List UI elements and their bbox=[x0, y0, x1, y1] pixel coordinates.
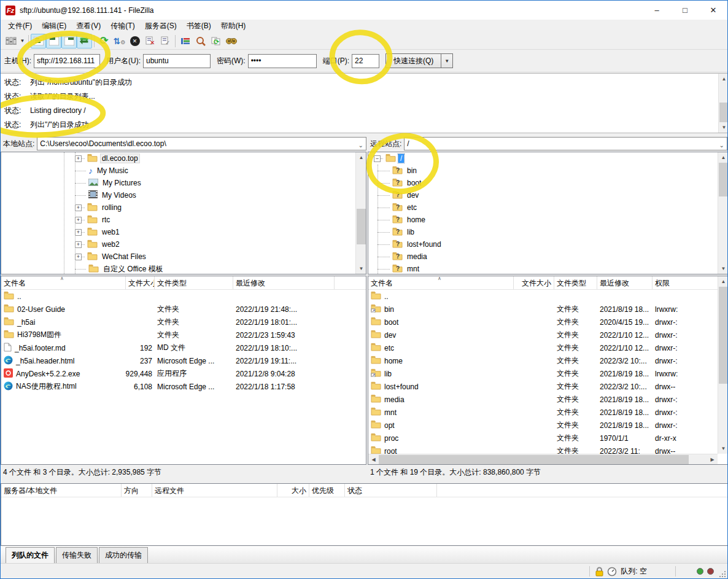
minimize-button[interactable]: – bbox=[643, 1, 671, 20]
remote-list-vscrollbar[interactable]: ▲ ▼ bbox=[718, 276, 728, 454]
quickconnect-button[interactable]: 快速连接(Q) bbox=[385, 53, 441, 68]
refresh-button[interactable]: ⟳ bbox=[96, 34, 112, 49]
remote-tree-item-bin[interactable]: ? bin bbox=[368, 165, 728, 177]
scroll-thumb[interactable] bbox=[379, 455, 689, 464]
file-row-proc[interactable]: proc文件夹1970/1/1dr-xr-x bbox=[368, 432, 728, 445]
filter-button[interactable] bbox=[177, 34, 193, 49]
tree-expander-icon[interactable]: + bbox=[75, 241, 82, 248]
scroll-thumb[interactable] bbox=[719, 287, 728, 384]
toggle-remote-tree-button[interactable] bbox=[61, 34, 77, 49]
local-tree-item-web2[interactable]: + web2 bbox=[1, 238, 366, 251]
file-row-dev[interactable]: dev文件夹2022/1/10 12...drwxr-: bbox=[368, 328, 728, 341]
site-manager-button[interactable] bbox=[3, 34, 18, 49]
tree-expander-icon[interactable]: + bbox=[75, 204, 82, 211]
file-row-lost+found[interactable]: lost+found文件夹2022/3/2 10:...drwx-- bbox=[368, 380, 728, 393]
port-input[interactable] bbox=[352, 54, 379, 68]
tab-1[interactable]: 传输失败 bbox=[56, 547, 98, 563]
scroll-left-icon[interactable]: ◀ bbox=[368, 454, 379, 465]
speed-limits-icon[interactable] bbox=[607, 567, 617, 577]
file-row-Hi3798M_[interactable]: Hi3798M固件文件夹2022/1/23 1:59:43 bbox=[1, 328, 366, 341]
local-tree-item-rtc[interactable]: + rtc bbox=[1, 214, 366, 226]
queue-column-3[interactable]: 大小 bbox=[277, 484, 309, 497]
column-header-4[interactable]: 权限 bbox=[652, 276, 718, 289]
local-tree-item-my-videos[interactable]: My Videos bbox=[1, 189, 366, 201]
reconnect-button[interactable]: ✓ bbox=[158, 34, 173, 49]
tab-0[interactable]: 列队的文件 bbox=[6, 547, 55, 563]
remote-tree-scrollbar[interactable]: ▲ ▼ bbox=[718, 152, 728, 274]
synchronized-browsing-button[interactable]: ⟳ bbox=[208, 34, 223, 49]
remote-list-hscrollbar[interactable]: ◀ ▶ bbox=[368, 454, 718, 464]
local-tree-item-自定义-office-模板[interactable]: 自定义 Office 模板 bbox=[1, 263, 366, 274]
remote-tree-item-home[interactable]: ? home bbox=[368, 214, 728, 226]
column-header-1[interactable]: 文件大小 bbox=[126, 276, 155, 289]
local-path-combo[interactable]: C:\Users\ecoo\Documents\dl.ecoo.top\⌄ bbox=[37, 137, 366, 150]
menu-item-6[interactable]: 帮助(H) bbox=[216, 20, 251, 33]
scroll-up-icon[interactable]: ▲ bbox=[718, 276, 728, 287]
tree-expander-icon[interactable]: + bbox=[75, 254, 82, 260]
site-manager-dropdown[interactable]: ▼ bbox=[18, 34, 26, 49]
remote-tree-item-lib[interactable]: ? lib bbox=[368, 226, 728, 238]
chevron-down-icon[interactable]: ⌄ bbox=[719, 139, 724, 150]
file-row-_h5ai.header.html[interactable]: _h5ai.header.html237Microsoft Edge ...20… bbox=[1, 354, 366, 367]
remote-path-combo[interactable]: /⌄ bbox=[404, 137, 727, 150]
file-row-opt[interactable]: opt文件夹2021/8/19 18...drwxr-: bbox=[368, 419, 728, 432]
tree-expander-icon[interactable]: + bbox=[75, 217, 82, 223]
column-header-0[interactable]: 文件名∧ bbox=[1, 276, 126, 289]
file-row-etc[interactable]: etc文件夹2022/1/10 12...drwxr-: bbox=[368, 341, 728, 354]
tree-expander-icon[interactable]: + bbox=[75, 229, 82, 236]
queue-column-2[interactable]: 远程文件 bbox=[152, 484, 277, 497]
find-files-button[interactable] bbox=[223, 34, 239, 49]
quickconnect-dropdown[interactable]: ▼ bbox=[441, 53, 453, 68]
file-row-media[interactable]: media文件夹2021/8/19 18...drwxr-: bbox=[368, 393, 728, 406]
file-row-boot[interactable]: boot文件夹2020/4/15 19...drwxr-: bbox=[368, 316, 728, 328]
process-queue-button[interactable]: ⇅⚙ bbox=[112, 34, 127, 49]
scroll-thumb[interactable] bbox=[719, 103, 728, 122]
column-header-2[interactable]: 文件类型 bbox=[155, 276, 233, 289]
file-row-_h5ai[interactable]: _h5ai文件夹2022/1/19 18:01:... bbox=[1, 316, 366, 328]
password-input[interactable] bbox=[248, 54, 317, 68]
file-row-..[interactable]: .. bbox=[1, 290, 366, 303]
maximize-button[interactable]: □ bbox=[671, 1, 699, 20]
local-tree-item-rolling[interactable]: + rolling bbox=[1, 201, 366, 214]
column-header-0[interactable]: 文件名∧ bbox=[368, 276, 514, 289]
close-button[interactable]: ✕ bbox=[699, 1, 727, 20]
queue-column-0[interactable]: 服务器/本地文件 bbox=[1, 484, 122, 497]
menu-item-1[interactable]: 编辑(E) bbox=[37, 20, 71, 33]
scroll-down-icon[interactable]: ▼ bbox=[718, 443, 728, 454]
tree-expander-icon[interactable]: + bbox=[75, 155, 82, 162]
remote-tree-item-etc[interactable]: ? etc bbox=[368, 201, 728, 214]
toggle-transfer-queue-button[interactable] bbox=[77, 34, 92, 49]
file-row-bin[interactable]: ➚ bin文件夹2021/8/19 18...lrwxrw: bbox=[368, 303, 728, 316]
username-input[interactable] bbox=[143, 54, 211, 68]
directory-comparison-button[interactable] bbox=[193, 34, 208, 49]
queue-column-5[interactable]: 状态 bbox=[345, 484, 437, 497]
column-header-3[interactable]: 最近修改 bbox=[233, 276, 335, 289]
menu-item-2[interactable]: 查看(V) bbox=[71, 20, 106, 33]
tree-expander-icon[interactable]: − bbox=[374, 155, 381, 162]
remote-tree-item-lost+found[interactable]: ? lost+found bbox=[368, 238, 728, 251]
log-scrollbar[interactable]: ▲ ▼ bbox=[718, 74, 728, 133]
remote-tree-item-mnt[interactable]: ? mnt bbox=[368, 263, 728, 274]
file-row-_h5ai.footer.md[interactable]: _h5ai.footer.md192MD 文件2022/1/19 18:10:.… bbox=[1, 341, 366, 354]
remote-tree-item-dev[interactable]: ? dev bbox=[368, 189, 728, 201]
remote-tree-item-root[interactable]: − / bbox=[368, 152, 728, 165]
tab-2[interactable]: 成功的传输 bbox=[99, 547, 148, 563]
remote-tree-item-media[interactable]: ? media bbox=[368, 251, 728, 263]
file-row-NAS_.html[interactable]: NAS使用教程.html6,108Microsoft Edge ...2022/… bbox=[1, 380, 366, 393]
local-tree-item-web1[interactable]: + web1 bbox=[1, 226, 366, 238]
scroll-thumb[interactable] bbox=[357, 209, 366, 244]
scroll-thumb[interactable] bbox=[719, 163, 728, 196]
cancel-operation-button[interactable]: ✕ bbox=[127, 34, 142, 49]
local-tree-item-my-music[interactable]: ♪My Music bbox=[1, 165, 366, 177]
file-row-mnt[interactable]: mnt文件夹2021/8/19 18...drwxr-: bbox=[368, 406, 728, 419]
menu-item-3[interactable]: 传输(T) bbox=[106, 20, 139, 33]
disconnect-button[interactable]: ✕ bbox=[142, 34, 158, 49]
scroll-up-icon[interactable]: ▲ bbox=[356, 152, 366, 163]
scroll-down-icon[interactable]: ▼ bbox=[356, 263, 366, 274]
file-row-..[interactable]: .. bbox=[368, 290, 728, 303]
menu-item-0[interactable]: 文件(F) bbox=[3, 20, 37, 33]
scroll-down-icon[interactable]: ▼ bbox=[719, 122, 728, 133]
menu-item-5[interactable]: 书签(B) bbox=[182, 20, 216, 33]
scroll-up-icon[interactable]: ▲ bbox=[719, 74, 728, 84]
column-header-2[interactable]: 文件类型 bbox=[554, 276, 597, 289]
